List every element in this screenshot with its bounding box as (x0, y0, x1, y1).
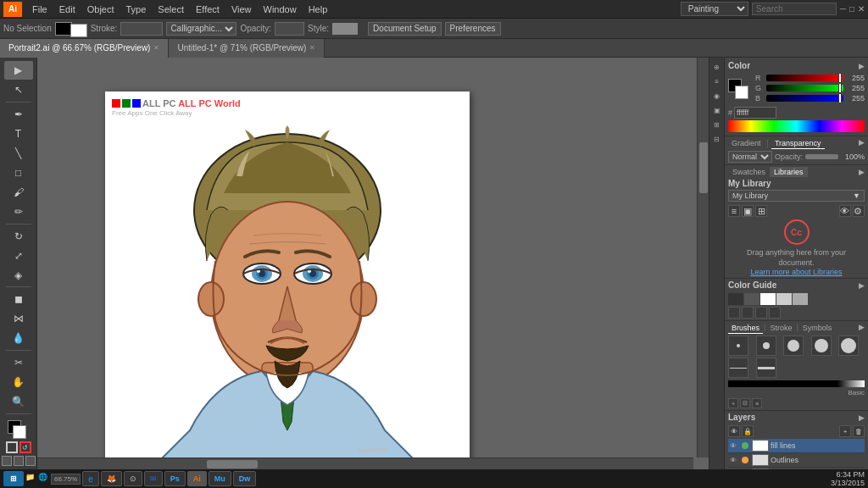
opacity-slider[interactable] (805, 154, 838, 159)
strip-btn-6[interactable]: ⊟ (711, 133, 723, 145)
horizontal-scroll-thumb[interactable] (207, 460, 258, 469)
gradient-panel-expand[interactable]: ▶ (859, 138, 865, 149)
close-btn[interactable]: ✕ (858, 4, 865, 14)
taskbar-chrome-btn[interactable]: ⊙ (124, 471, 142, 486)
guide-swatch-4[interactable] (793, 293, 808, 305)
blend-mode-select[interactable]: Normal (728, 151, 772, 163)
swatches-tab[interactable]: Swatches (728, 167, 770, 177)
mesh-tool[interactable]: ⋈ (4, 309, 33, 328)
transparency-tab[interactable]: Transparency (771, 138, 825, 149)
color-panel-expand[interactable]: ▶ (859, 62, 865, 70)
lib-icon-settings[interactable]: ⚙ (853, 205, 865, 217)
gradient-tool[interactable]: ◼ (4, 290, 33, 308)
taskbar-ie-btn[interactable]: e (82, 471, 99, 486)
taskbar-ie-icon[interactable]: 🌐 (38, 473, 50, 485)
brush-6[interactable] (728, 358, 748, 378)
taskbar-firefox-btn[interactable]: 🦊 (101, 471, 122, 486)
layers-expand[interactable]: ▶ (859, 413, 865, 422)
layer-0-eye[interactable]: 👁 (728, 441, 738, 451)
tab-untitled1[interactable]: Untitled-1* @ 71% (RGB/Preview) ✕ (169, 39, 325, 58)
guide-swatch-1[interactable] (744, 293, 760, 305)
layer-delete-btn[interactable]: 🗑 (853, 425, 865, 437)
layer-tool-eye[interactable]: 👁 (728, 425, 740, 437)
brush-4[interactable] (811, 336, 832, 356)
rotate-tool[interactable]: ↻ (4, 227, 33, 246)
minimize-btn[interactable]: ─ (840, 4, 846, 14)
document-setup-btn[interactable]: Document Setup (368, 22, 442, 36)
lib-icon-1[interactable]: ≡ (728, 205, 740, 217)
maximize-btn[interactable]: □ (849, 4, 854, 14)
lib-icon-2[interactable]: ▣ (742, 205, 754, 217)
brush-5[interactable] (838, 336, 859, 356)
library-learn-link[interactable]: Learn more about Libraries (750, 268, 842, 276)
strip-btn-2[interactable]: ≡ (711, 75, 723, 87)
calligraphic-select[interactable]: Calligraphic... (166, 22, 236, 36)
b-slider[interactable] (766, 95, 843, 102)
guide-tool-1[interactable] (728, 307, 740, 319)
brush-7[interactable] (756, 358, 776, 378)
menu-type[interactable]: Type (121, 3, 152, 16)
canvas-area[interactable]: ALL PC ALL PC World Free Apps One Click … (37, 58, 709, 469)
reset-colors-icon[interactable]: ↺ (19, 441, 31, 453)
menu-file[interactable]: File (27, 3, 53, 16)
layer-row-1[interactable]: 👁 Outlines (728, 453, 865, 468)
scale-tool[interactable]: ⤢ (4, 247, 33, 265)
vertical-scroll-thumb[interactable] (699, 142, 708, 193)
opacity-input[interactable]: 20% (275, 22, 304, 36)
stroke-tab[interactable]: Stroke (766, 323, 795, 334)
blend-tool[interactable]: ◈ (4, 266, 33, 285)
brush-2[interactable] (756, 336, 776, 356)
strip-btn-5[interactable]: ⊞ (711, 119, 723, 130)
r-slider[interactable] (766, 75, 843, 81)
stroke-none-icon[interactable] (6, 441, 18, 453)
libraries-tab[interactable]: Libraries (770, 167, 808, 177)
draw-inside-btn[interactable] (14, 456, 24, 466)
workspace-dropdown[interactable]: Painting (681, 2, 748, 16)
taskbar-ps-btn[interactable]: Ps (164, 471, 186, 486)
layer-row-0[interactable]: 👁 fill lines (728, 439, 865, 453)
menu-window[interactable]: Window (259, 3, 302, 16)
eyedropper-tool[interactable]: 💧 (4, 329, 33, 347)
select-tool[interactable]: ▶ (4, 61, 33, 80)
strip-btn-1[interactable]: ⊕ (711, 61, 723, 73)
tab-untitled1-close[interactable]: ✕ (309, 44, 315, 52)
color-spectrum[interactable] (728, 120, 865, 132)
guide-swatch-0[interactable] (728, 293, 743, 305)
g-slider[interactable] (766, 85, 843, 92)
strip-btn-4[interactable]: ▣ (711, 104, 723, 116)
layer-add-btn[interactable]: + (839, 425, 851, 437)
taskbar-mu-btn[interactable]: Mu (209, 471, 231, 486)
fill-color-swatch[interactable] (55, 22, 72, 36)
taskbar-ai-btn[interactable]: Ai (187, 471, 207, 486)
vertical-scrollbar[interactable] (697, 58, 709, 458)
layer-tool-lock[interactable]: 🔒 (742, 425, 754, 437)
guide-swatch-3[interactable] (776, 293, 792, 305)
scissors-tool[interactable]: ✂ (4, 353, 33, 372)
layer-1-eye[interactable]: 👁 (728, 455, 738, 465)
menu-help[interactable]: Help (303, 3, 333, 16)
brush-tool-3[interactable]: ≡ (752, 398, 762, 408)
search-input[interactable] (752, 3, 837, 15)
menu-edit[interactable]: Edit (54, 3, 81, 16)
direct-select-tool[interactable]: ↖ (4, 80, 33, 99)
gradient-tab[interactable]: Gradient (728, 138, 765, 149)
menu-object[interactable]: Object (82, 3, 120, 16)
swatches-expand[interactable]: ▶ (859, 168, 865, 176)
brush-tool-1[interactable]: + (728, 398, 738, 408)
lib-icon-3[interactable]: ⊞ (755, 205, 767, 217)
brushes-expand[interactable]: ▶ (859, 323, 865, 334)
horizontal-scrollbar[interactable] (37, 458, 693, 469)
color-guide-expand[interactable]: ▶ (859, 281, 865, 290)
symbols-tab[interactable]: Symbols (799, 323, 836, 334)
taskbar-file-icon[interactable]: 📁 (25, 473, 37, 485)
menu-effect[interactable]: Effect (191, 3, 225, 16)
library-dropdown[interactable]: My Library ▼ (728, 190, 865, 202)
stroke-value-input[interactable] (120, 22, 163, 36)
guide-tool-3[interactable] (755, 307, 767, 319)
guide-swatch-2[interactable] (760, 293, 776, 305)
menu-select[interactable]: Select (153, 3, 189, 16)
draw-behind-btn[interactable] (25, 456, 36, 466)
taskbar-outlook-btn[interactable]: ✉ (144, 471, 163, 486)
guide-tool-2[interactable] (742, 307, 754, 319)
brush-3[interactable] (783, 336, 804, 356)
